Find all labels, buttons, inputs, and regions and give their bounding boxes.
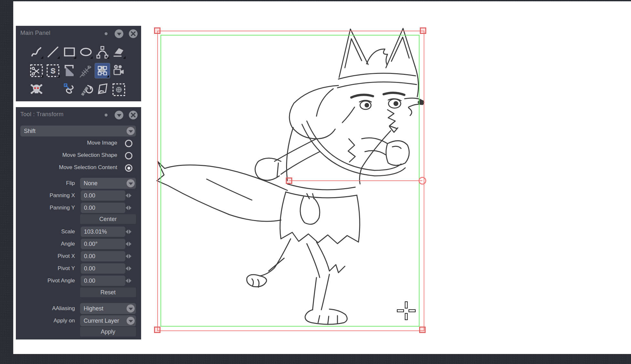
selection-handle-top-right[interactable] bbox=[420, 27, 426, 34]
skull-tool[interactable] bbox=[29, 82, 44, 97]
chevron-down-icon bbox=[127, 127, 135, 135]
undo-brush-tool[interactable] bbox=[78, 82, 93, 97]
pivot-angle-label: Pivot Angle bbox=[16, 278, 75, 284]
selection-handle-bottom-right[interactable] bbox=[419, 327, 426, 333]
rotation-handle-circle[interactable] bbox=[419, 177, 426, 185]
mode-dropdown[interactable]: Shift bbox=[20, 126, 136, 136]
angle-input[interactable] bbox=[81, 239, 125, 249]
chevron-down-icon bbox=[127, 305, 135, 313]
scale-label: Scale bbox=[16, 228, 75, 235]
flip-label: Flip bbox=[16, 180, 75, 187]
move-image-label: Move Image bbox=[16, 140, 117, 146]
pivot-x-stepper[interactable] bbox=[125, 254, 132, 258]
transform-selection-tool[interactable] bbox=[95, 63, 110, 78]
close-icon[interactable] bbox=[129, 111, 138, 119]
main-panel: Main Panel bbox=[16, 26, 141, 101]
options-dot-icon[interactable] bbox=[105, 32, 108, 35]
pattern-selection-tool[interactable] bbox=[111, 82, 126, 97]
flip-dropdown[interactable]: None bbox=[80, 178, 136, 189]
move-image-radio[interactable] bbox=[125, 140, 132, 147]
scale-stepper[interactable] bbox=[125, 229, 132, 234]
move-selection-shape-radio[interactable] bbox=[125, 152, 132, 159]
aaliasing-dropdown[interactable]: Highest bbox=[80, 303, 136, 314]
fishbone-tool[interactable] bbox=[78, 63, 93, 78]
collapse-icon[interactable] bbox=[115, 111, 123, 119]
angle-label: Angle bbox=[16, 241, 75, 247]
apply-button[interactable]: Apply bbox=[80, 327, 136, 337]
ellipse-tool[interactable] bbox=[78, 45, 93, 59]
main-panel-title: Main Panel bbox=[20, 30, 50, 36]
crop-selection-tool[interactable] bbox=[62, 63, 77, 78]
eraser-tool[interactable] bbox=[111, 45, 126, 59]
flip-page-tool[interactable] bbox=[95, 82, 110, 97]
collapse-icon[interactable] bbox=[115, 29, 123, 38]
svg-text:S: S bbox=[51, 67, 56, 75]
selection-handle-bottom-left[interactable] bbox=[154, 327, 160, 333]
s-selection-tool[interactable]: S bbox=[46, 63, 60, 78]
scale-input[interactable] bbox=[81, 227, 125, 237]
move-selection-shape-label: Move Selection Shape bbox=[16, 152, 117, 158]
camera-tool[interactable] bbox=[111, 63, 126, 78]
pivot-x-label: Pivot X bbox=[16, 253, 75, 259]
panning-x-stepper[interactable] bbox=[125, 193, 132, 198]
app-frame-left bbox=[0, 0, 13, 364]
app-frame-bottom bbox=[0, 354, 631, 364]
pivot-angle-stepper[interactable] bbox=[125, 278, 132, 283]
transform-panel: Tool : Transform Shift Move Image Move S… bbox=[16, 107, 141, 339]
mode-dropdown-value: Shift bbox=[24, 128, 36, 135]
app-frame-top bbox=[0, 0, 631, 1]
pivot-y-input[interactable] bbox=[81, 263, 125, 274]
aaliasing-label: AAliasing bbox=[16, 305, 75, 312]
panning-y-stepper[interactable] bbox=[125, 206, 132, 210]
pivot-y-stepper[interactable] bbox=[125, 266, 132, 271]
freehand-tool[interactable] bbox=[29, 45, 44, 59]
angle-stepper[interactable] bbox=[125, 242, 132, 246]
apply-on-dropdown[interactable]: Current Layer bbox=[80, 315, 136, 326]
spline-tool[interactable] bbox=[62, 82, 77, 97]
panning-x-label: Panning X bbox=[16, 192, 75, 199]
pivot-y-label: Pivot Y bbox=[16, 265, 75, 272]
options-dot-icon[interactable] bbox=[105, 114, 108, 116]
chevron-down-icon bbox=[127, 179, 135, 187]
pivot-handle[interactable] bbox=[286, 177, 292, 184]
cut-selection-tool[interactable] bbox=[29, 63, 44, 78]
move-selection-content-label: Move Selection Content bbox=[16, 164, 117, 171]
crosshair-cursor bbox=[396, 300, 417, 321]
pivot-x-input[interactable] bbox=[81, 251, 125, 261]
chevron-down-icon bbox=[127, 317, 135, 325]
apply-on-label: Apply on bbox=[16, 318, 75, 324]
center-button[interactable]: Center bbox=[80, 214, 136, 224]
panning-y-input[interactable] bbox=[81, 203, 125, 213]
selection-handle-top-left[interactable] bbox=[154, 27, 160, 34]
panning-y-label: Panning Y bbox=[16, 205, 75, 211]
close-icon[interactable] bbox=[129, 29, 138, 38]
move-selection-content-radio[interactable] bbox=[125, 164, 132, 172]
pivot-line bbox=[289, 180, 422, 181]
line-tool[interactable] bbox=[46, 45, 60, 59]
reset-button[interactable]: Reset bbox=[80, 288, 136, 297]
pivot-angle-input[interactable] bbox=[81, 276, 125, 286]
rectangle-tool[interactable] bbox=[62, 45, 77, 59]
transform-panel-title: Tool : Transform bbox=[20, 111, 64, 118]
panning-x-input[interactable] bbox=[81, 190, 125, 201]
curve-tool[interactable] bbox=[95, 45, 110, 59]
